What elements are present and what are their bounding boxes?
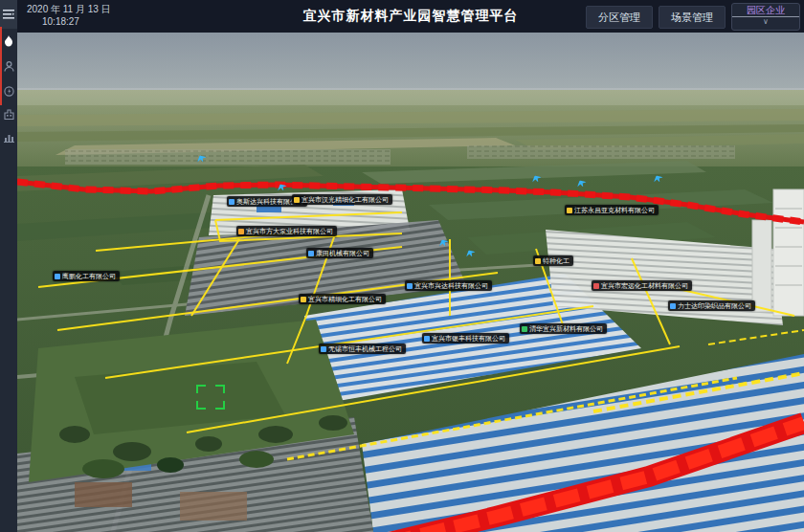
- company-label[interactable]: 特种化工: [533, 255, 573, 266]
- company-label[interactable]: 宜兴市银丰科技有限公司: [422, 333, 509, 344]
- company-icon: [670, 303, 676, 309]
- company-icon: [294, 197, 300, 203]
- zone-manage-button[interactable]: 分区管理: [586, 6, 653, 29]
- company-name: 力士达印染织品有限公司: [678, 301, 751, 310]
- flame-icon[interactable]: [0, 29, 17, 54]
- company-label[interactable]: 宜兴市兴达科技有限公司: [405, 280, 492, 291]
- energy-icon[interactable]: [0, 78, 17, 103]
- park-enterprise-dropdown[interactable]: 园区企业 ∨: [731, 3, 800, 31]
- factory-icon[interactable]: [0, 101, 17, 126]
- company-name: 清华宜兴新材料有限公司: [529, 324, 603, 333]
- company-label[interactable]: 宜兴市汉光精细化工有限公司: [292, 194, 392, 205]
- scene-manage-button[interactable]: 场景管理: [659, 6, 726, 29]
- company-name: 鹰鹏化工有限公司: [62, 272, 116, 280]
- top-header: 2020 年 11 月 13 日 10:18:27 宜兴市新材料产业园智慧管理平…: [17, 0, 804, 33]
- company-name: 宜兴市兴达科技有限公司: [414, 281, 488, 290]
- company-icon: [229, 199, 234, 205]
- dropdown-label: 园区企业: [732, 4, 799, 17]
- company-icon: [522, 326, 527, 332]
- company-icon: [535, 258, 541, 264]
- company-name: 康田机械有限公司: [316, 249, 369, 257]
- company-label[interactable]: 鹰鹏化工有限公司: [53, 271, 120, 281]
- company-icon: [567, 208, 572, 213]
- company-icon: [321, 346, 326, 352]
- company-label[interactable]: 宜兴市精细化工有限公司: [299, 294, 386, 304]
- company-icon: [424, 336, 430, 342]
- company-label[interactable]: 江苏永昌亚克材料有限公司: [565, 205, 659, 215]
- menu-icon[interactable]: [0, 0, 17, 29]
- bar-chart-icon[interactable]: [0, 124, 17, 149]
- company-icon: [593, 283, 599, 289]
- company-label[interactable]: 宜兴市宏远化工材料有限公司: [592, 280, 692, 291]
- company-name: 宜兴市宏远化工材料有限公司: [601, 281, 688, 290]
- chevron-down-icon: ∨: [763, 17, 769, 27]
- company-icon: [238, 229, 244, 234]
- company-name: 无锡市恒丰机械工程公司: [328, 344, 402, 353]
- header-actions: 分区管理 场景管理 园区企业 ∨: [586, 3, 800, 31]
- company-name: 江苏永昌亚克材料有限公司: [574, 206, 655, 214]
- user-icon[interactable]: [0, 54, 17, 78]
- sidebar: [0, 0, 17, 532]
- company-icon: [308, 251, 314, 256]
- company-label[interactable]: 康田机械有限公司: [306, 248, 373, 258]
- company-name: 宜兴市方大泵业科技有限公司: [246, 227, 333, 235]
- company-label[interactable]: 清华宜兴新材料有限公司: [520, 323, 607, 334]
- company-name: 宜兴市精细化工有限公司: [308, 295, 382, 303]
- company-name: 宜兴市银丰科技有限公司: [432, 334, 505, 343]
- company-icon: [407, 283, 413, 289]
- company-label[interactable]: 力士达印染织品有限公司: [668, 300, 755, 311]
- company-label[interactable]: 宜兴市方大泵业科技有限公司: [236, 226, 337, 236]
- company-name: 宜兴市汉光精细化工有限公司: [302, 195, 389, 204]
- menu-icon-glyph: [3, 10, 14, 19]
- company-name: 特种化工: [543, 256, 570, 265]
- company-icon: [55, 274, 60, 279]
- company-icon: [301, 297, 306, 302]
- company-label[interactable]: 无锡市恒丰机械工程公司: [319, 344, 406, 354]
